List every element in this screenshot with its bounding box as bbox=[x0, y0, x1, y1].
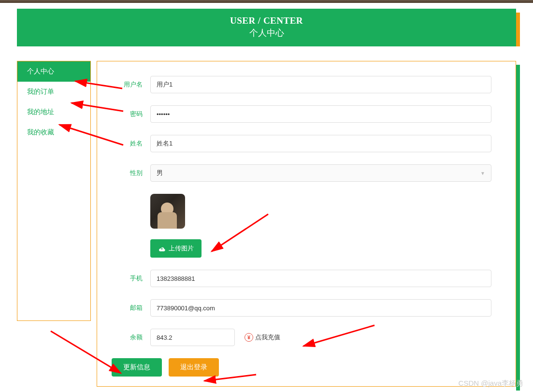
banner-title-cn: 个人中心 bbox=[17, 27, 516, 39]
sidebar-item-address[interactable]: 我的地址 bbox=[17, 102, 90, 122]
row-phone: 手机 bbox=[112, 270, 491, 287]
logout-button[interactable]: 退出登录 bbox=[169, 358, 219, 377]
update-button[interactable]: 更新信息 bbox=[112, 358, 162, 377]
select-gender[interactable]: 男 ▼ bbox=[150, 164, 491, 182]
top-strip bbox=[0, 0, 533, 3]
cloud-upload-icon bbox=[158, 246, 166, 251]
sidebar-item-label: 个人中心 bbox=[27, 67, 54, 75]
banner-wrap: USER / CENTER 个人中心 bbox=[17, 9, 516, 46]
yen-icon: ¥ bbox=[245, 333, 253, 342]
row-username: 用户名 bbox=[112, 76, 491, 93]
recharge-text: 点我充值 bbox=[255, 333, 280, 342]
label-name: 姓名 bbox=[112, 139, 150, 148]
row-balance: 余额 ¥ 点我充值 bbox=[112, 329, 491, 346]
label-username: 用户名 bbox=[112, 80, 150, 89]
sidebar: 个人中心 我的订单 我的地址 我的收藏 bbox=[17, 61, 91, 321]
main-area: 个人中心 我的订单 我的地址 我的收藏 用户名 密码 姓名 性别 男 bbox=[17, 61, 516, 387]
banner-title-en: USER / CENTER bbox=[17, 15, 516, 26]
avatar-image bbox=[150, 194, 185, 229]
input-email[interactable] bbox=[150, 299, 491, 317]
sidebar-item-label: 我的地址 bbox=[27, 108, 54, 116]
row-email: 邮箱 bbox=[112, 299, 491, 317]
input-name[interactable] bbox=[150, 135, 491, 152]
chevron-down-icon: ▼ bbox=[480, 171, 485, 176]
sidebar-item-label: 我的订单 bbox=[27, 87, 54, 95]
upload-button[interactable]: 上传图片 bbox=[150, 239, 202, 258]
sidebar-item-label: 我的收藏 bbox=[27, 128, 54, 136]
row-password: 密码 bbox=[112, 105, 491, 123]
sidebar-item-profile[interactable]: 个人中心 bbox=[17, 61, 90, 82]
label-phone: 手机 bbox=[112, 274, 150, 283]
select-gender-value: 男 bbox=[157, 169, 163, 177]
label-balance: 余额 bbox=[112, 333, 150, 342]
bottom-buttons: 更新信息 退出登录 bbox=[112, 358, 491, 377]
input-phone[interactable] bbox=[150, 270, 491, 287]
page-banner: USER / CENTER 个人中心 bbox=[17, 9, 516, 46]
sidebar-item-favorites[interactable]: 我的收藏 bbox=[17, 122, 90, 143]
row-name: 姓名 bbox=[112, 135, 491, 152]
label-gender: 性别 bbox=[112, 169, 150, 177]
sidebar-item-orders[interactable]: 我的订单 bbox=[17, 82, 90, 102]
label-email: 邮箱 bbox=[112, 304, 150, 312]
row-gender: 性别 男 ▼ bbox=[112, 164, 491, 182]
input-balance[interactable] bbox=[150, 329, 235, 346]
watermark: CSDN @java李杨勇 bbox=[459, 379, 523, 388]
main-shadow bbox=[516, 65, 520, 391]
recharge-link[interactable]: ¥ 点我充值 bbox=[245, 333, 280, 342]
label-password: 密码 bbox=[112, 110, 150, 118]
avatar-block: 上传图片 bbox=[150, 194, 202, 258]
upload-button-label: 上传图片 bbox=[169, 244, 194, 253]
input-username[interactable] bbox=[150, 76, 491, 93]
form-panel: 用户名 密码 姓名 性别 男 ▼ bbox=[97, 61, 516, 387]
row-avatar: 上传图片 bbox=[112, 194, 491, 258]
input-password[interactable] bbox=[150, 105, 491, 123]
